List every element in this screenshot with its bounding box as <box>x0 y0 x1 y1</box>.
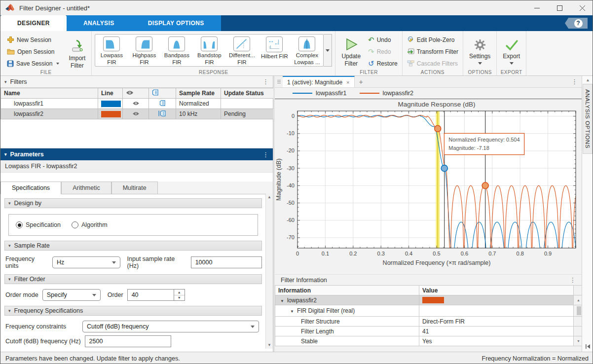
input-sample-rate-field[interactable]: 10000 <box>191 256 262 268</box>
parameters-menu-icon[interactable]: ⋮ <box>262 151 269 158</box>
export-button[interactable]: Export <box>500 36 523 66</box>
col-name: Name <box>1 88 98 99</box>
frequency-constraints-dropdown[interactable]: Cutoff (6dB) frequency <box>82 321 259 332</box>
plot-tab-bar: 1 (active): Magnitude × + ⋮ <box>275 76 582 88</box>
info-row-stable[interactable]: Stable Yes ▼ <box>275 336 582 346</box>
export-dropdown-icon <box>510 62 514 65</box>
tab-display-options[interactable]: DISPLAY OPTIONS <box>131 15 221 31</box>
expander-icon[interactable]: ▼ <box>280 299 284 303</box>
info-row-filter[interactable]: ▼lowpassfir2 ▲ <box>275 295 582 305</box>
response-gallery-expand-button[interactable] <box>324 34 332 67</box>
parameters-panel-header: ▾ Parameters ⋮ <box>0 148 273 160</box>
frequency-units-dropdown[interactable]: Hz <box>52 256 120 268</box>
radio-specification[interactable]: Specification <box>16 221 61 228</box>
redo-button[interactable]: ↷ Redo <box>367 46 399 57</box>
new-session-button[interactable]: New Session <box>5 35 61 45</box>
dock-panel-icon[interactable] <box>585 343 591 350</box>
title-bar: Filter Designer - untitled* <box>0 0 593 15</box>
close-button[interactable] <box>571 0 593 15</box>
restore-button[interactable]: ↺ Restore <box>367 58 399 69</box>
response-differentiator-fir[interactable]: Different...FIR <box>225 35 258 66</box>
visibility-toggle[interactable] <box>123 109 149 119</box>
bandpass-fir-icon <box>168 36 185 51</box>
tab-analysis[interactable]: ANALYSIS <box>67 15 131 31</box>
filters-menu-icon[interactable]: ⋮ <box>262 78 269 85</box>
filter-sample-rate: Normalized <box>176 99 221 109</box>
response-bandstop-fir[interactable]: BandstopFIR <box>193 35 225 66</box>
stepper-up-icon[interactable]: ▲ <box>174 290 185 295</box>
import-filter-button[interactable]: Import Filter <box>66 37 88 71</box>
undo-button[interactable]: ↶ Undo <box>367 35 399 45</box>
order-mode-dropdown[interactable]: Specify <box>42 289 101 301</box>
frequency-units-label: Frequency units <box>5 255 48 269</box>
radio-algorithm[interactable]: Algorithm <box>72 221 108 228</box>
svg-text:Normalized Frequency (×π rad/s: Normalized Frequency (×π rad/sample) <box>383 259 491 266</box>
svg-text:-40: -40 <box>287 182 295 188</box>
response-complex-lowpass[interactable]: ComplexLowpas ... <box>291 35 323 66</box>
magnitude-response-chart[interactable]: 00.10.20.30.40.50.60.70.80.90-10-20-30-4… <box>275 99 582 270</box>
scroll-up-icon[interactable]: ▲ <box>266 193 273 201</box>
ribbon-section-options: Settings OPTIONS <box>463 31 497 75</box>
magnitude-plot-tab[interactable]: 1 (active): Magnitude × <box>283 76 355 87</box>
expander-icon[interactable]: ▼ <box>290 309 294 314</box>
visibility-toggle[interactable] <box>123 99 149 109</box>
cutoff-frequency-field[interactable]: 2500 <box>85 335 171 347</box>
response-hilbert-fir[interactable]: j-j Hilbert FIR <box>258 35 291 66</box>
annotation-toggle-active[interactable] <box>149 109 176 119</box>
svg-text:Magnitude (dB): Magnitude (dB) <box>275 158 282 200</box>
order-field[interactable]: 40 <box>127 289 174 301</box>
sample-rate-section-header[interactable]: ▾ Sample Rate <box>4 241 262 251</box>
scroll-down-icon[interactable]: ▼ <box>266 341 273 349</box>
design-by-section-header[interactable]: ▾ Design by <box>4 198 262 208</box>
tab-arithmetic[interactable]: Arithmetic <box>61 182 111 194</box>
filter-row-lowpassfir1[interactable]: lowpassfir1 Normalized <box>1 99 274 109</box>
open-session-button[interactable]: Open Session <box>5 46 61 57</box>
update-filter-button[interactable]: Update Filter <box>338 36 364 69</box>
legend-lowpassfir1[interactable]: lowpassfir1 <box>293 90 347 97</box>
dropdown-arrow-icon <box>251 326 255 328</box>
legend-lowpassfir2[interactable]: lowpassfir2 <box>360 90 414 97</box>
minimize-button[interactable] <box>525 0 548 15</box>
maximize-button[interactable] <box>548 0 571 15</box>
save-session-button[interactable]: Save Session <box>5 58 61 69</box>
order-stepper[interactable]: ▲ ▼ <box>174 289 185 301</box>
svg-text:0.9: 0.9 <box>544 251 552 256</box>
svg-text:0.4: 0.4 <box>405 251 412 256</box>
info-scrollbar-track[interactable] <box>574 305 582 317</box>
settings-button[interactable]: Settings <box>466 36 493 66</box>
analysis-options-tab[interactable]: ANALYSIS OPTIONS <box>583 84 593 154</box>
info-scrollbar[interactable]: ▲ <box>574 295 582 305</box>
info-row-length[interactable]: Filter Length 41 <box>275 327 582 336</box>
filter-information-menu-icon[interactable]: ⋮ <box>570 276 576 284</box>
filter-line-swatch-cell[interactable] <box>98 99 123 109</box>
stepper-down-icon[interactable]: ▼ <box>174 295 185 301</box>
parameters-scrollbar[interactable]: ▲ ▼ <box>265 193 273 349</box>
response-lowpass-fir[interactable]: LowpassFIR <box>95 35 128 66</box>
filter-order-section-header[interactable]: ▾ Filter Order <box>4 274 262 284</box>
filter-line-swatch-cell[interactable] <box>98 109 123 119</box>
filters-collapse-icon[interactable]: ▾ <box>4 79 7 84</box>
info-row-fir-filter[interactable]: ▼FIR Digital Filter (real) <box>275 305 582 317</box>
response-bandpass-fir[interactable]: BandpassFIR <box>160 35 193 66</box>
filter-sample-rate: 10 kHz <box>176 109 221 119</box>
transform-filter-button[interactable]: Transform Filter <box>406 46 460 57</box>
tab-multirate[interactable]: Multirate <box>111 182 158 194</box>
cascade-filters-button[interactable]: Cascade Filters <box>406 58 460 69</box>
ribbon-collapse-icon[interactable]: ▲ <box>582 76 593 84</box>
frequency-specs-section-header[interactable]: ▾ Frequency Specifications <box>4 306 262 316</box>
plot-menu-icon[interactable]: ⋮ <box>571 78 578 85</box>
response-highpass-fir[interactable]: HighpassFIR <box>128 35 160 66</box>
info-row-structure[interactable]: Filter Structure Direct-Form FIR <box>275 317 582 327</box>
filter-row-lowpassfir2[interactable]: lowpassfir2 10 kHz Pending <box>1 109 274 119</box>
close-tab-icon[interactable]: × <box>346 79 349 85</box>
tab-specifications[interactable]: Specifications <box>0 182 61 194</box>
radio-selected-icon <box>16 221 23 228</box>
datatip[interactable]: Normalized Frequency: 0.504 Magnitude: -… <box>444 133 524 155</box>
annotation-toggle[interactable] <box>149 99 176 109</box>
edit-pole-zero-button[interactable]: Edit Pole-Zero <box>406 35 460 45</box>
help-button[interactable]: ? <box>565 18 588 29</box>
new-plot-tab-button[interactable]: + <box>355 76 368 87</box>
info-scrollbar[interactable]: ▼ <box>574 336 582 346</box>
parameters-collapse-icon[interactable]: ▾ <box>4 152 7 157</box>
tab-designer[interactable]: DESIGNER <box>0 15 67 31</box>
